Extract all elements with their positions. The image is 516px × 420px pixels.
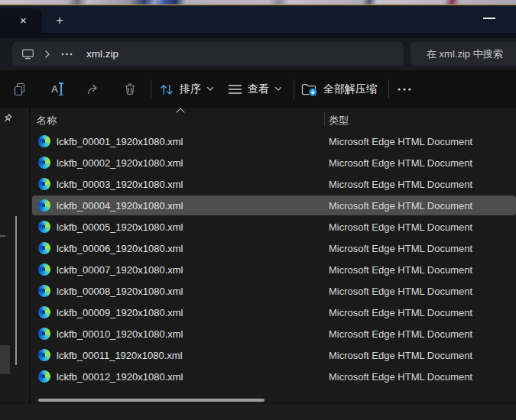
explorer-tab[interactable]: × — [0, 8, 42, 38]
sort-button[interactable]: 排序 — [159, 70, 214, 108]
tab-band — [0, 33, 516, 38]
file-explorer-window: × + xml.zip 在 xml.zip 中搜索 — [0, 0, 516, 420]
file-name: lckfb_00004_1920x1080.xml — [57, 200, 183, 212]
file-type: Microsoft Edge HTML Document — [329, 328, 472, 340]
view-label: 查看 — [248, 82, 269, 96]
table-row[interactable]: lckfb_00002_1920x1080.xml Microsoft Edge… — [31, 152, 516, 173]
file-type: Microsoft Edge HTML Document — [329, 221, 472, 233]
file-type: Microsoft Edge HTML Document — [329, 136, 472, 147]
file-name: lckfb_00010_1920x1080.xml — [57, 328, 183, 340]
file-type: Microsoft Edge HTML Document — [329, 179, 472, 190]
new-tab-button[interactable]: + — [50, 9, 70, 32]
column-resize-handle[interactable] — [324, 111, 325, 127]
table-row[interactable]: lckfb_00005_1920x1080.xml Microsoft Edge… — [31, 216, 516, 237]
tab-close-icon[interactable]: × — [20, 14, 27, 27]
file-name: lckfb_00012_1920x1080.xml — [57, 371, 183, 383]
sort-label: 排序 — [180, 82, 201, 96]
view-button[interactable]: 查看 — [228, 70, 282, 108]
edge-file-icon — [38, 285, 50, 297]
breadcrumb-overflow-icon[interactable] — [61, 53, 73, 56]
edge-file-icon — [38, 263, 50, 276]
file-list: 名称 类型 lckfb_00001_1920x1080.xml Microsof… — [31, 108, 516, 403]
address-bar: xml.zip 在 xml.zip 中搜索 — [0, 38, 516, 70]
table-row[interactable]: lckfb_00009_1920x1080.xml Microsoft Edge… — [31, 302, 516, 323]
file-type: Microsoft Edge HTML Document — [329, 243, 472, 254]
chevron-right-icon[interactable] — [44, 50, 50, 59]
file-name: lckfb_00005_1920x1080.xml — [57, 221, 183, 233]
trash-icon — [122, 82, 138, 97]
rename-button[interactable]: A — [46, 78, 67, 100]
chevron-down-icon — [274, 86, 282, 92]
file-type: Microsoft Edge HTML Document — [329, 157, 472, 169]
edge-file-icon — [38, 199, 50, 212]
monitor-icon[interactable] — [21, 48, 34, 60]
chevron-down-icon — [206, 86, 214, 92]
table-row[interactable]: lckfb_00008_1920x1080.xml Microsoft Edge… — [31, 280, 516, 302]
minimize-button[interactable] — [474, 8, 505, 29]
rename-icon: A — [51, 83, 62, 95]
more-options-button[interactable] — [393, 78, 416, 100]
ellipsis-icon — [398, 88, 411, 91]
edge-file-icon — [38, 178, 50, 190]
titlebar[interactable] — [0, 5, 516, 33]
table-row[interactable]: lckfb_00007_1920x1080.xml Microsoft Edge… — [31, 259, 516, 280]
column-header-name[interactable]: 名称 — [37, 114, 57, 128]
sort-arrows-icon — [159, 82, 174, 96]
file-name: lckfb_00008_1920x1080.xml — [57, 286, 183, 297]
desktop-wallpaper-sliver — [0, 0, 516, 5]
table-row[interactable]: lckfb_00004_1920x1080.xml Microsoft Edge… — [31, 195, 516, 216]
column-header-type[interactable]: 类型 — [329, 114, 349, 128]
file-type: Microsoft Edge HTML Document — [329, 286, 472, 297]
partial-row — [38, 389, 61, 394]
file-type: Microsoft Edge HTML Document — [329, 264, 472, 276]
table-row[interactable]: lckfb_00010_1920x1080.xml Microsoft Edge… — [31, 323, 516, 344]
edge-file-icon — [38, 306, 50, 318]
table-row[interactable]: lckfb_00006_1920x1080.xml Microsoft Edge… — [31, 237, 516, 259]
delete-button[interactable] — [119, 78, 141, 100]
table-row[interactable]: lckfb_00003_1920x1080.xml Microsoft Edge… — [31, 173, 516, 195]
navigation-pane-collapsed — [0, 108, 29, 403]
copy-button[interactable] — [9, 78, 31, 100]
edge-file-icon — [38, 370, 50, 383]
file-type: Microsoft Edge HTML Document — [329, 371, 472, 383]
nav-item-fragment — [0, 345, 10, 374]
file-name: lckfb_00001_1920x1080.xml — [57, 136, 183, 147]
file-type: Microsoft Edge HTML Document — [329, 200, 472, 212]
file-name: lckfb_00009_1920x1080.xml — [57, 307, 183, 318]
share-icon — [86, 82, 101, 97]
breadcrumb-location[interactable]: xml.zip — [86, 48, 118, 60]
search-input[interactable]: 在 xml.zip 中搜索 — [411, 42, 516, 66]
file-name: lckfb_00006_1920x1080.xml — [57, 243, 183, 254]
file-rows: lckfb_00001_1920x1080.xml Microsoft Edge… — [31, 131, 516, 387]
edge-file-icon — [38, 157, 50, 169]
breadcrumb[interactable]: xml.zip — [12, 42, 404, 66]
file-name: lckfb_00003_1920x1080.xml — [57, 179, 183, 190]
file-name: lckfb_00011_1920x1080.xml — [57, 350, 183, 361]
file-name: lckfb_00002_1920x1080.xml — [57, 157, 183, 169]
toolbar-divider — [294, 79, 294, 99]
extract-all-label: 全部解压缩 — [323, 82, 377, 96]
horizontal-scrollbar-thumb[interactable] — [38, 399, 264, 402]
command-bar: A — [0, 70, 516, 108]
toolbar-divider — [151, 79, 151, 99]
view-lines-icon — [228, 83, 242, 95]
nav-item-fragment — [0, 235, 5, 237]
copy-icon — [12, 82, 28, 97]
status-bar — [0, 403, 516, 420]
nav-scrollbar[interactable] — [15, 216, 17, 365]
column-headers: 名称 类型 — [31, 108, 516, 131]
table-row[interactable]: lckfb_00011_1920x1080.xml Microsoft Edge… — [31, 344, 516, 366]
edge-file-icon — [38, 328, 50, 340]
edge-file-icon — [38, 221, 50, 233]
extract-all-button[interactable]: 全部解压缩 — [300, 70, 377, 108]
table-row[interactable]: lckfb_00001_1920x1080.xml Microsoft Edge… — [31, 131, 516, 152]
sort-ascending-icon — [176, 108, 184, 116]
pin-icon[interactable] — [2, 113, 13, 124]
file-type: Microsoft Edge HTML Document — [329, 350, 472, 361]
file-type: Microsoft Edge HTML Document — [329, 307, 472, 318]
edge-file-icon — [38, 135, 50, 147]
edge-file-icon — [38, 242, 50, 254]
table-row[interactable]: lckfb_00012_1920x1080.xml Microsoft Edge… — [31, 366, 516, 387]
share-button[interactable] — [83, 78, 104, 100]
extract-folder-icon — [300, 82, 318, 97]
